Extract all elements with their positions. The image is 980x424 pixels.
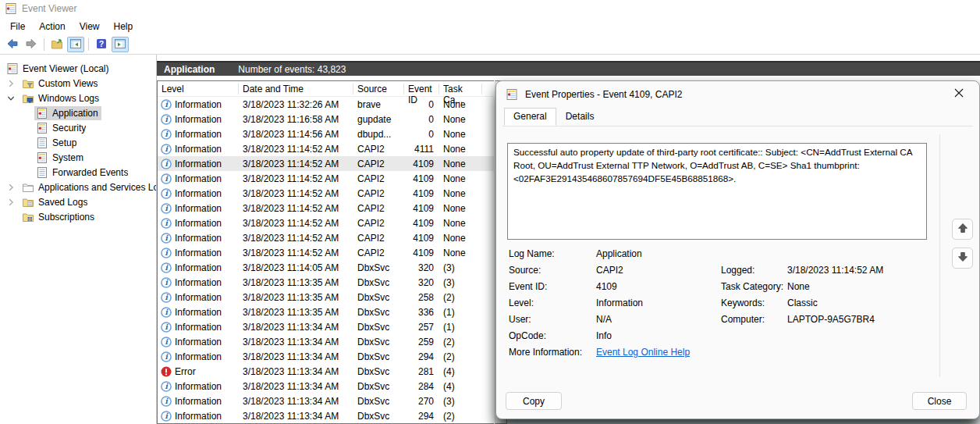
log-summary-bar: Application Number of events: 43,823 [157,61,980,76]
sidebar-item-application[interactable]: Application [0,105,156,120]
info-icon: i [161,322,172,333]
user-value: N/A [596,314,612,325]
dialog-title: Event Properties - Event 4109, CAPI2 [525,89,682,100]
toolbar-separator [44,38,44,51]
sidebar-item-subscriptions[interactable]: Subscriptions [0,209,156,224]
forward-button[interactable] [23,37,40,52]
chevron-icon[interactable] [5,198,20,206]
column-header-datetime[interactable]: Date and Time [239,84,353,94]
dialog-close-button[interactable] [948,85,970,104]
table-row[interactable]: iInformation 3/18/2023 11:13:34 AM DbxSv… [158,319,494,334]
previous-event-button[interactable] [952,219,973,240]
table-row[interactable]: iInformation 3/18/2023 11:14:52 AM CAPI2… [158,141,494,156]
general-tab-pane: Successful auto property update of third… [502,126,973,383]
table-body: iInformation 3/18/2023 11:32:26 AM brave… [158,97,494,423]
table-row[interactable]: iInformation 3/18/2023 11:14:52 AM CAPI2… [158,245,494,260]
info-icon: i [161,99,172,110]
column-header-event-id[interactable]: Event ID [404,84,439,94]
info-icon: i [161,248,172,258]
tab-general[interactable]: General [504,108,556,126]
sidebar-item-security[interactable]: Security [0,120,156,135]
column-header-source[interactable]: Source [353,84,404,94]
table-header: Level Date and Time Source Event ID Task… [158,81,494,97]
next-event-button[interactable] [952,248,973,269]
info-icon: i [161,173,172,184]
event-description[interactable]: Successful auto property update of third… [507,143,927,240]
table-row[interactable]: iInformation 3/18/2023 11:14:52 AM CAPI2… [158,156,494,171]
sidebar-item-system[interactable]: System [0,150,156,165]
sidebar-item-windows-logs[interactable]: Windows Logs [0,91,156,105]
export-folder-icon [51,37,63,52]
show-action-pane-button[interactable] [112,37,129,52]
event-fields-left: Log Name:Application Source:CAPI2 Event … [509,245,690,360]
log-event-icon [36,122,48,134]
opcode-label: OpCode: [509,330,596,341]
tab-details[interactable]: Details [556,108,604,126]
sidebar-item-event-viewer-local[interactable]: Event Viewer (Local) [0,61,156,76]
chevron-icon[interactable] [5,183,20,191]
task-category-value: None [787,281,810,292]
table-row[interactable]: iInformation 3/18/2023 11:13:34 AM DbxSv… [158,408,494,423]
table-row[interactable]: iInformation 3/18/2023 11:13:34 AM DbxSv… [158,379,494,394]
column-header-level[interactable]: Level [158,84,239,94]
sidebar-item-applications-and-services-lo[interactable]: Applications and Services Lo [0,180,156,194]
table-row[interactable]: iInformation 3/18/2023 11:13:35 AM DbxSv… [158,275,494,290]
table-row[interactable]: iInformation 3/18/2023 11:13:34 AM DbxSv… [158,394,494,408]
table-row[interactable]: iInformation 3/18/2023 11:32:26 AM brave… [158,97,494,112]
sidebar-item-saved-logs[interactable]: Saved Logs [0,194,156,209]
sidebar-item-custom-views[interactable]: Custom Views [0,76,156,91]
event-id-value: 4109 [596,281,617,292]
info-icon: i [161,277,172,288]
table-row[interactable]: iInformation 3/18/2023 11:13:35 AM DbxSv… [158,290,494,305]
log-event-icon [36,151,48,164]
column-header-task[interactable]: Task Ca... [439,84,482,94]
forward-arrow-icon [25,37,37,52]
menu-view[interactable]: View [73,19,107,34]
chevron-icon[interactable] [5,80,20,87]
dialog-separator [939,134,940,377]
log-event-icon [36,107,48,119]
back-button[interactable] [4,37,21,52]
sidebar-item-setup[interactable]: Setup [0,135,156,150]
table-row[interactable]: iInformation 3/18/2023 11:14:52 AM CAPI2… [158,186,494,201]
table-row[interactable]: iInformation 3/18/2023 11:14:52 AM CAPI2… [158,171,494,186]
close-button[interactable]: Close [912,392,967,410]
log-name-value: Application [596,248,642,259]
info-icon: i [161,262,172,273]
table-row[interactable]: iInformation 3/18/2023 11:14:52 AM CAPI2… [158,216,494,230]
help-button[interactable]: ? [93,37,110,52]
menu-file[interactable]: File [3,19,32,34]
table-row[interactable]: iInformation 3/18/2023 11:14:52 AM CAPI2… [158,201,494,216]
show-console-tree-button[interactable] [67,37,84,52]
info-icon: i [161,396,172,407]
copy-button[interactable]: Copy [506,392,562,410]
toolbar-separator [88,38,89,51]
table-row[interactable]: iInformation 3/18/2023 11:13:34 AM DbxSv… [158,349,494,364]
help-icon: ? [95,37,108,52]
table-row[interactable]: iInformation 3/18/2023 11:14:52 AM CAPI2… [158,230,494,245]
event-viewer-icon [506,88,518,101]
level-value: Information [596,298,643,308]
menu-action[interactable]: Action [32,19,72,34]
logged-label: Logged: [721,265,787,276]
back-arrow-icon [6,37,19,52]
event-log-online-help-link[interactable]: Event Log Online Help [596,347,690,358]
arrow-up-icon [957,222,969,237]
event-table: Level Date and Time Source Event ID Task… [157,80,494,424]
info-icon: i [161,159,172,169]
dialog-tabs: General Details [496,107,979,126]
sidebar-item-forwarded-events[interactable]: Forwarded Events [0,165,156,180]
menu-help[interactable]: Help [107,19,140,34]
table-row[interactable]: Error 3/18/2023 11:13:34 AM DbxSvc 281 (… [158,364,494,379]
table-row[interactable]: iInformation 3/18/2023 11:13:34 AM DbxSv… [158,334,494,349]
table-row[interactable]: iInformation 3/18/2023 11:16:58 AM gupda… [158,112,494,126]
table-row[interactable]: iInformation 3/18/2023 11:14:56 AM dbupd… [158,126,494,141]
info-icon: i [161,203,172,214]
table-row[interactable]: iInformation 3/18/2023 11:13:35 AM DbxSv… [158,305,494,319]
folder-grid-icon [22,211,34,223]
log-name-label: Log Name: [509,248,596,259]
chevron-icon[interactable] [5,94,20,102]
table-row[interactable]: iInformation 3/18/2023 11:14:05 AM DbxSv… [158,260,494,275]
info-icon: i [161,337,172,347]
export-button[interactable] [48,37,66,52]
